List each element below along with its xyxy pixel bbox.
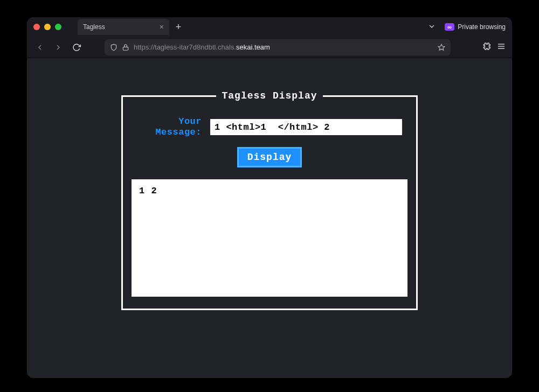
bookmark-star-icon[interactable] (438, 44, 445, 51)
app-frame: Tagless Display Your Message: Display 1 … (121, 90, 418, 310)
tab-title: Tagless (83, 23, 105, 31)
svg-rect-0 (123, 47, 128, 50)
maximize-window-button[interactable] (55, 24, 61, 30)
tagless-app: Tagless Display Your Message: Display 1 … (121, 90, 418, 310)
url-host: sekai.team (236, 43, 270, 51)
output-box: 1 2 (132, 179, 407, 297)
new-tab-button[interactable]: + (171, 20, 185, 34)
private-label: Private browsing (458, 23, 506, 31)
toolbar: https://tagless-itar7d8ndbtl.chals.sekai… (27, 37, 512, 58)
window-controls (33, 24, 61, 30)
titlebar-right: Private browsing (427, 22, 506, 32)
display-button[interactable]: Display (237, 147, 302, 167)
svg-marker-1 (438, 44, 445, 50)
extensions-icon[interactable] (483, 42, 492, 53)
close-tab-icon[interactable]: × (160, 23, 164, 31)
page-viewport: Tagless Display Your Message: Display 1 … (27, 58, 512, 378)
url-prefix: https://tagless-itar7d8ndbtl.chals. (134, 43, 236, 51)
close-window-button[interactable] (33, 24, 40, 30)
browser-tab[interactable]: Tagless × (78, 19, 169, 35)
minimize-window-button[interactable] (44, 24, 51, 30)
hamburger-menu-icon[interactable] (497, 42, 506, 53)
mask-icon (445, 23, 454, 31)
lock-icon[interactable] (122, 44, 129, 51)
reload-button[interactable] (70, 41, 83, 54)
address-bar[interactable]: https://tagless-itar7d8ndbtl.chals.sekai… (105, 39, 451, 55)
forward-button[interactable] (52, 41, 65, 54)
private-browsing-indicator: Private browsing (445, 23, 506, 31)
tab-strip: Tagless × + (78, 17, 185, 37)
message-row: Your Message: (137, 116, 402, 138)
toolbar-right (483, 42, 506, 53)
message-label: Your Message: (137, 116, 202, 138)
button-row: Display (132, 147, 407, 167)
back-button[interactable] (33, 41, 46, 54)
shield-icon[interactable] (110, 44, 118, 51)
tab-overflow-icon[interactable] (427, 22, 436, 32)
titlebar: Tagless × + Private browsing (27, 17, 512, 37)
url-text: https://tagless-itar7d8ndbtl.chals.sekai… (134, 43, 433, 51)
message-input[interactable] (210, 119, 402, 135)
browser-window: Tagless × + Private browsing (27, 17, 512, 378)
app-title: Tagless Display (216, 90, 322, 101)
